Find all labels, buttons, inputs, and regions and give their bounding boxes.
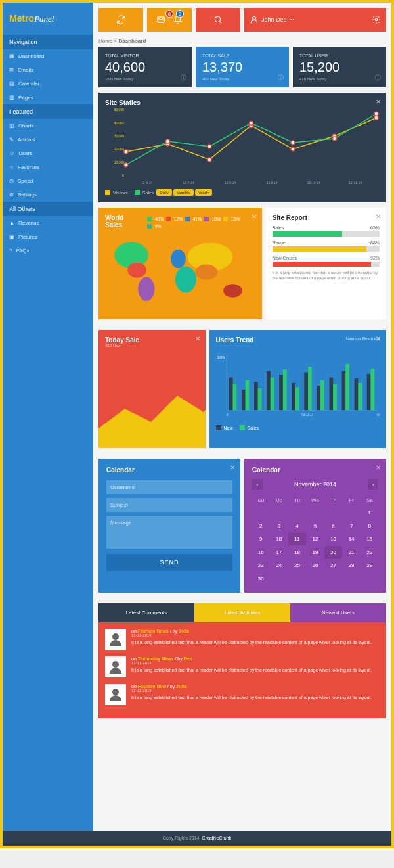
nav-item-pages[interactable]: ▥Pages — [3, 91, 93, 104]
svg-text:0: 0 — [227, 413, 229, 417]
username-input[interactable] — [106, 480, 232, 494]
nav-item-faqs[interactable]: ?FAQs — [3, 244, 93, 258]
cal-day — [252, 507, 270, 519]
tab-comments[interactable]: Latest Comments — [98, 603, 194, 622]
dashboard-icon: ▦ — [9, 53, 14, 59]
cal-day — [288, 507, 306, 519]
svg-text:12-8-14: 12-8-14 — [225, 181, 236, 185]
faqs-icon: ? — [9, 248, 12, 254]
cal-day[interactable]: 15 — [361, 533, 378, 545]
mail-tile[interactable]: 8 9 — [147, 8, 192, 32]
cal-day[interactable]: 9 — [252, 533, 270, 545]
svg-rect-49 — [241, 390, 245, 410]
topbar: 8 9 John Deo — [98, 8, 386, 32]
panel-title: Calendar — [106, 467, 232, 474]
svg-rect-57 — [292, 383, 296, 410]
today-sale-panel: ✕ Today Sale 400 New 400 — [98, 330, 206, 448]
svg-point-22 — [124, 150, 128, 154]
chart-daily-button[interactable]: Daily — [156, 189, 171, 196]
message-input[interactable] — [106, 516, 232, 549]
cal-day[interactable]: 18 — [288, 546, 306, 559]
chart-yearly-button[interactable]: Yearly — [195, 189, 212, 196]
nav-item-users[interactable]: ☺Users — [3, 147, 93, 160]
tab-articles[interactable]: Latest Articales — [194, 603, 290, 622]
tab-users[interactable]: Newest Users — [290, 603, 386, 622]
cal-prev-button[interactable]: ‹ — [252, 479, 263, 490]
calendar-panel: ✕ Calendar ‹ November 2014 › SuMoTuWeThF… — [244, 459, 386, 593]
cal-day[interactable]: 7 — [343, 520, 361, 532]
user-tile[interactable]: John Deo — [244, 8, 386, 32]
close-icon[interactable]: ✕ — [376, 213, 381, 220]
nav-item-charts[interactable]: ◫Charts — [3, 119, 93, 133]
cal-day[interactable]: 11 — [288, 533, 306, 545]
nav-item-dashboard[interactable]: ▦Dashboard — [3, 49, 93, 63]
svg-point-76 — [112, 689, 119, 695]
cal-day[interactable]: 27 — [324, 559, 342, 572]
cal-day[interactable]: 16 — [252, 546, 270, 559]
cal-day[interactable]: 20 — [324, 546, 342, 559]
cal-day[interactable]: 8 — [361, 520, 378, 532]
chart-monthly-button[interactable]: Monthly — [173, 189, 194, 196]
svg-rect-58 — [296, 388, 299, 411]
nav-item-favorites[interactable]: ☆Favorites — [3, 160, 93, 174]
close-icon[interactable]: ✕ — [230, 464, 235, 471]
cal-day[interactable]: 30 — [252, 572, 270, 585]
users-icon: ☺ — [9, 150, 14, 156]
nav-item-pictures[interactable]: ▣Pictures — [3, 230, 93, 244]
comment-item: on Fashion New / by Jolia 12-11-2014 It … — [105, 684, 380, 705]
nav-item-emails[interactable]: ✉Emails — [3, 63, 93, 77]
cal-day[interactable]: 3 — [271, 520, 288, 532]
cal-day — [288, 572, 306, 585]
close-icon[interactable]: ✕ — [252, 213, 257, 220]
cal-day[interactable]: 28 — [343, 559, 361, 572]
nav-item-settings[interactable]: ⚙Settings — [3, 188, 93, 202]
avatar — [105, 629, 126, 650]
nav-item-speed[interactable]: ◷Speed — [3, 174, 93, 188]
close-icon[interactable]: ✕ — [376, 335, 381, 342]
info-icon[interactable]: ⓘ — [278, 74, 284, 82]
cal-next-button[interactable]: › — [368, 479, 378, 490]
svg-rect-55 — [279, 375, 283, 410]
svg-point-74 — [112, 633, 119, 640]
cal-day[interactable]: 26 — [307, 559, 324, 572]
send-button[interactable]: SEND — [106, 554, 232, 571]
cal-day[interactable]: 13 — [324, 533, 342, 545]
panel-title: World Sales — [105, 214, 142, 229]
cal-day[interactable]: 21 — [343, 546, 361, 559]
cal-day[interactable]: 24 — [271, 559, 288, 572]
nav-item-articals[interactable]: ✎Articals — [3, 133, 93, 147]
svg-rect-61 — [317, 386, 320, 410]
svg-text:10,000: 10,000 — [114, 161, 124, 164]
cal-day[interactable]: 17 — [271, 546, 288, 559]
cal-day[interactable]: 1 — [361, 507, 378, 519]
svg-rect-51 — [254, 382, 258, 410]
cal-day[interactable]: 25 — [288, 559, 306, 572]
info-icon[interactable]: ⓘ — [375, 74, 381, 82]
cal-day[interactable]: 22 — [361, 546, 378, 559]
svg-text:12-10-14: 12-10-14 — [307, 181, 320, 185]
cal-day[interactable]: 19 — [307, 546, 324, 559]
cal-day[interactable]: 14 — [343, 533, 361, 545]
refresh-tile[interactable] — [98, 8, 143, 32]
nav-section-head: Featured — [3, 104, 93, 119]
cal-day[interactable]: 6 — [324, 520, 342, 532]
cal-day[interactable]: 12 — [307, 533, 324, 545]
nav-item-revenue[interactable]: ▲Revenue — [3, 216, 93, 230]
nav-item-calendar[interactable]: ▤Calendar — [3, 77, 93, 91]
cal-day[interactable]: 29 — [361, 559, 378, 572]
svg-point-38 — [138, 277, 154, 301]
gear-icon[interactable] — [372, 15, 381, 24]
cal-day[interactable]: 5 — [307, 520, 324, 532]
cal-day[interactable]: 23 — [252, 559, 270, 572]
subject-input[interactable] — [106, 498, 232, 512]
cal-day[interactable]: 2 — [252, 520, 270, 532]
search-tile[interactable] — [196, 8, 240, 32]
close-icon[interactable]: ✕ — [376, 464, 381, 471]
cal-day[interactable]: 10 — [271, 533, 288, 545]
cal-day[interactable]: 4 — [288, 520, 306, 532]
logo: MetroPanel — [3, 3, 93, 35]
info-icon[interactable]: ⓘ — [181, 74, 186, 82]
close-icon[interactable]: ✕ — [376, 98, 381, 105]
close-icon[interactable]: ✕ — [195, 335, 200, 342]
nav-section-head: Navigation — [3, 35, 93, 49]
